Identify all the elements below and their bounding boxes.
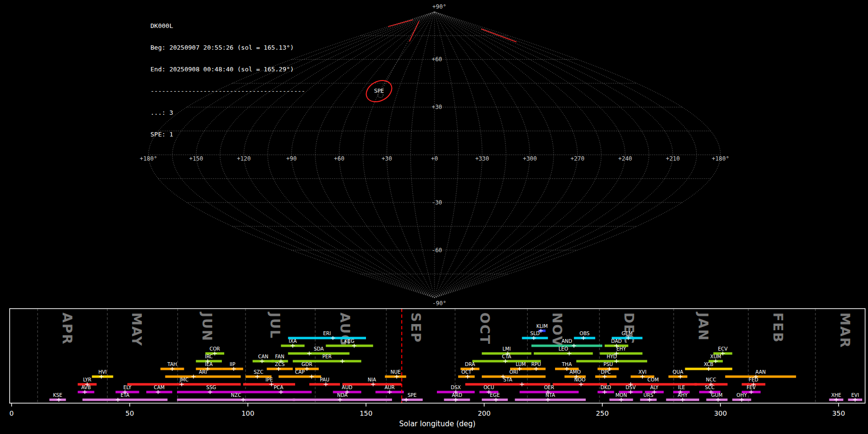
shower-label-dsv: DSV	[625, 385, 636, 390]
shower-label-ecv: ECV	[718, 346, 728, 352]
shower-label-fev: FEV	[746, 385, 756, 390]
shower-label-lyr: LYR	[83, 377, 91, 382]
graticule-meridian	[434, 12, 601, 298]
shower-label-ile: ILE	[678, 385, 685, 390]
meteor-trail	[388, 20, 413, 27]
shower-bar-ori	[482, 376, 545, 378]
shower-bar-pca	[245, 391, 312, 393]
month-label-apr: APR	[60, 312, 75, 345]
sporadic-count: ...: 3	[150, 109, 305, 116]
graticule-meridian	[315, 12, 434, 298]
shower-label-nta: NTA	[545, 393, 555, 398]
graticule-meridian	[434, 12, 554, 298]
shower-label-dkd: DKD	[600, 385, 611, 390]
shower-label-ely: ELY	[123, 385, 132, 390]
shower-label-xum: XUM	[710, 354, 721, 359]
shower-label-mon: MON	[615, 393, 627, 398]
shower-label-nia: NIA	[368, 377, 376, 382]
shower-label-iea: IEA	[205, 362, 213, 367]
x-tick-label-200: 200	[478, 409, 491, 417]
shower-label-ege: EGE	[490, 393, 500, 398]
radiant-label: SPE	[374, 88, 384, 94]
shower-label-xvi: XVI	[638, 369, 647, 375]
shower-bar-ari	[165, 376, 241, 378]
shower-label-pca: PCA	[274, 385, 284, 390]
shower-label-and: AND	[561, 339, 572, 344]
shower-label-lum: LUM	[515, 362, 526, 367]
shower-label-rpu: RPU	[531, 362, 541, 367]
longitude-label: +300	[523, 155, 537, 162]
longitude-label: +0	[431, 155, 438, 162]
shower-label-fan: FAN	[275, 354, 285, 359]
shower-label-qua: QUA	[673, 369, 683, 375]
month-label-feb: FEB	[771, 312, 786, 343]
graticule-meridian	[434, 12, 649, 298]
latitude-label: +30	[432, 104, 442, 110]
shower-label-klim: KLIM	[536, 324, 548, 329]
shower-bar-leo	[534, 353, 593, 355]
shower-bar-nzc	[177, 399, 295, 401]
station-id: DK000L	[150, 22, 305, 29]
shower-bar-nta	[515, 399, 586, 401]
month-label-jan: JAN	[696, 312, 711, 341]
shower-label-nue: NUE	[391, 369, 401, 375]
meteor-observation-screen: +90°-90°+60+30-30-60+180°+150+120+90+60+…	[0, 0, 868, 434]
x-tick-label-0: 0	[10, 409, 14, 417]
shower-label-lmi: LMI	[502, 346, 511, 352]
shower-label-amo: AMO	[570, 369, 581, 375]
shower-label-psu: PSU	[603, 362, 613, 367]
shower-label-gdr: GDR	[301, 362, 312, 367]
latitude-label: +60	[432, 56, 442, 63]
shower-label-ahy: AHY	[678, 393, 688, 398]
shower-label-szc: SZC	[254, 369, 263, 375]
shower-label-ncc: NCC	[706, 377, 716, 382]
begin-time: Beg: 20250907 20:55:26 (sol = 165.13°)	[150, 44, 305, 51]
shower-label-eri: ERI	[323, 331, 331, 336]
shower-label-kcg: KCG	[344, 339, 354, 344]
shower-bar-ipe	[243, 383, 295, 386]
shower-label-hyd: HYD	[607, 354, 617, 359]
longitude-label: +180°	[140, 155, 157, 162]
shower-label-ipe: IPE	[265, 377, 272, 382]
shower-label-cap: CAP	[295, 369, 305, 375]
shower-bar-nda	[293, 399, 392, 401]
longitude-label: +330	[475, 155, 489, 162]
x-axis-title: Solar longitude (deg)	[399, 420, 475, 428]
longitude-label: +90	[286, 155, 297, 162]
shower-count: SPE: 1	[150, 131, 305, 138]
shower-label-oer: OER	[544, 385, 554, 390]
x-tick-label-50: 50	[125, 409, 134, 417]
shower-label-oct: OCT	[461, 369, 472, 375]
shower-label-cta: CTA	[502, 354, 511, 359]
shower-label-kse: KSE	[53, 393, 62, 398]
shower-label-fed: FED	[749, 377, 759, 382]
shower-label-eta: ETA	[121, 393, 130, 398]
shower-label-xhe: XHE	[831, 393, 841, 398]
shower-label-ocu: OCU	[484, 385, 494, 390]
activity-timeline: APRMAYJUNJULAUGSEPOCTNOVDECJANFEBMARKLIM…	[10, 309, 865, 428]
shower-bar-qua	[668, 376, 687, 378]
shower-label-nzc: NZC	[231, 393, 241, 398]
end-time: End: 20250908 00:48:40 (sol = 165.29°)	[150, 66, 305, 73]
x-tick-label-250: 250	[596, 409, 609, 417]
shower-label-scc: SCC	[705, 385, 715, 390]
north-pole-label: +90°	[433, 3, 447, 10]
x-tick-label-100: 100	[242, 409, 255, 417]
shower-label-xcb: XCB	[704, 362, 714, 367]
shower-label-noo: NOO	[574, 377, 585, 382]
longitude-label: +180°	[712, 155, 729, 162]
shower-label-obs: OBS	[580, 331, 590, 336]
shower-label-dad: DAD	[611, 339, 622, 344]
x-tick-label-300: 300	[714, 409, 727, 417]
shower-label-ard: ARD	[452, 393, 462, 398]
longitude-label: +30	[381, 155, 392, 162]
shower-label-evi: EVI	[851, 393, 859, 398]
shower-bar-jmc	[127, 383, 241, 386]
month-label-may: MAY	[129, 312, 144, 347]
shower-label-cam: CAM	[154, 385, 164, 390]
shower-label-tah: TAH	[167, 362, 177, 367]
meteor-trail	[481, 29, 516, 42]
shower-label-urs: URS	[643, 393, 653, 398]
shower-label-iip: IIP	[230, 362, 235, 367]
south-pole-label: -90°	[433, 300, 447, 307]
